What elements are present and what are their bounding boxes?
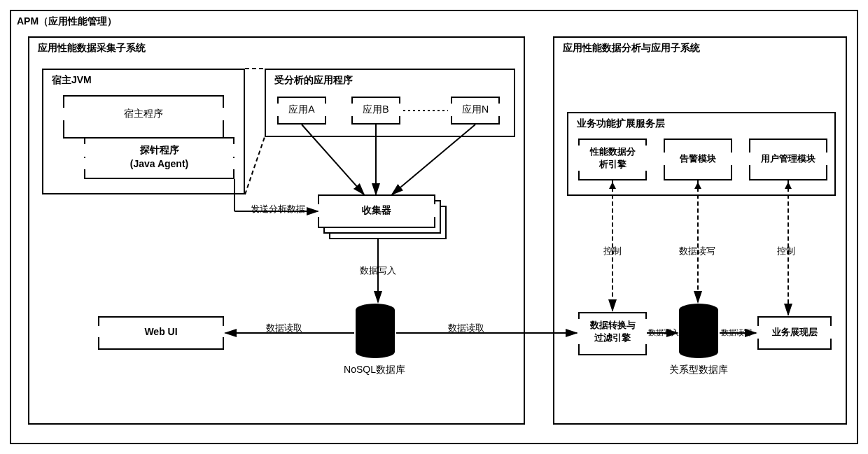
jvm-title: 宿主JVM [52,74,92,87]
edge-rw-label: 数据读写 [679,245,715,257]
app-a-label: 应用A [277,104,326,116]
edge-write-label: 数据写入 [360,264,396,277]
diagram-canvas: APM（应用性能管理） 应用性能数据采集子系统 宿主JVM 宿主程序 探针程序 … [0,0,868,454]
rel-db-label: 关系型数据库 [650,364,748,376]
data-transform-label-2: 过滤引擎 [578,332,647,344]
edge-send-label: 发送分析数据 [251,203,305,215]
host-program-label: 宿主程序 [63,108,224,120]
collector-label: 收集器 [318,204,435,217]
user-mgmt-label: 用户管理模块 [749,152,827,165]
edge-dw-left-label: 数据写入 [648,327,679,338]
service-layer-title: 业务功能扩展服务层 [577,118,665,130]
nosql-label: NoSQL数据库 [322,364,427,376]
left-subsystem-title: 应用性能数据采集子系统 [38,42,146,55]
biz-view-label: 业务展现层 [757,326,832,339]
edge-control-label: 控制 [603,245,622,257]
alarm-label: 告警模块 [664,152,732,165]
agent-label-2: (Java Agent) [84,158,234,169]
apps-title: 受分析的应用程序 [274,74,353,87]
perf-engine-label-1: 性能数据分 [578,146,647,158]
rel-db-icon [679,304,718,358]
app-n-label: 应用N [451,104,500,116]
edge-dw-right-label: 数据读写 [721,327,752,338]
edge-read-right-label: 数据读取 [448,322,484,334]
edge-ctrl2-label: 控制 [777,245,795,257]
nosql-db-icon [356,304,395,358]
app-b-label: 应用B [351,104,400,116]
webui-label: Web UI [98,326,224,337]
perf-engine-label-2: 析引擎 [578,158,647,171]
data-transform-label-1: 数据转换与 [578,319,647,332]
edge-read-left-label: 数据读取 [266,322,302,334]
right-subsystem-title: 应用性能数据分析与应用子系统 [563,42,700,55]
agent-label-1: 探针程序 [84,144,234,157]
apm-title: APM（应用性能管理） [17,15,117,28]
